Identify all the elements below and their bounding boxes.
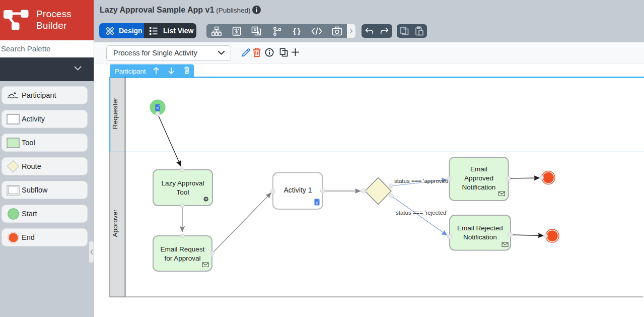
svg-text:Approver: Approver [111, 209, 119, 237]
svg-text:Approved: Approved [464, 174, 493, 182]
svg-text:Email Rejected: Email Rejected [457, 224, 503, 232]
svg-text:Email Request: Email Request [161, 245, 205, 253]
svg-text:Notification: Notification [463, 233, 497, 241]
svg-text:Participant: Participant [115, 68, 146, 75]
svg-text:Activity 1: Activity 1 [283, 186, 312, 194]
svg-text:Requester: Requester [111, 97, 119, 129]
svg-text:status === 'approved': status === 'approved' [394, 178, 450, 184]
svg-text:status === 'rejected': status === 'rejected' [396, 210, 448, 216]
svg-text:Lazy Approval: Lazy Approval [162, 179, 204, 187]
svg-text:Email: Email [470, 165, 487, 173]
svg-text:Tool: Tool [177, 188, 189, 196]
svg-text:for Approval: for Approval [164, 255, 200, 262]
svg-text:Notification: Notification [462, 183, 496, 191]
